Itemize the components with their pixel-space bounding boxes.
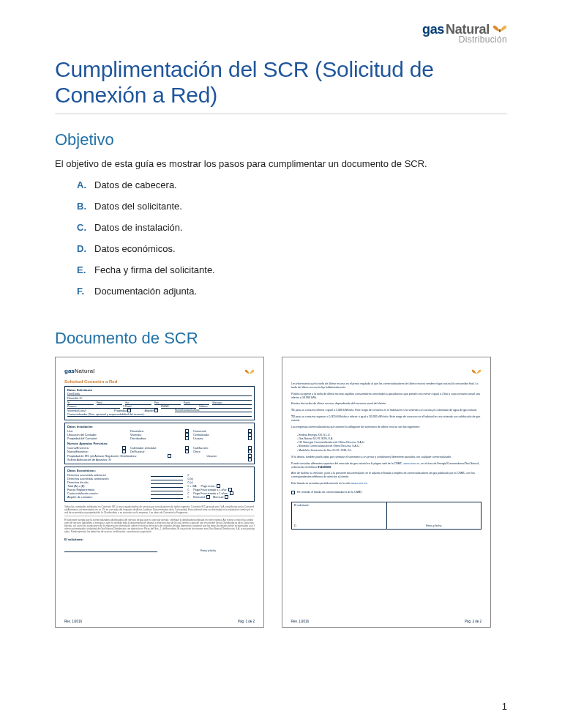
list-item: C.Datos de instalación. [77,222,507,233]
objective-intro: El objetivo de esta guía es mostrar los … [55,158,507,169]
butterfly-icon [471,366,482,375]
fineprint: Todas las cantidades señaladas en Conexi… [64,505,255,514]
objective-list: A.Datos de cabecera. B.Datos del solicit… [77,179,507,297]
scr-form-title: Solicitud Conexión a Red [64,379,255,384]
list-item: F.Documentación adjunta. [77,286,507,297]
list-item: A.Datos de cabecera. [77,179,507,190]
footer-rev: Rev. 1/2016 [64,620,82,623]
solicitante-box: Datos Solicitante Don/Doña Domicilio C/ … [64,386,255,420]
objective-heading: Objetivo [55,130,507,149]
economicos-box: Datos Económicos: Derechos acometida sol… [64,467,255,502]
doc-section-heading: Documento de SCR [55,329,507,348]
svg-point-0 [499,29,501,32]
scr-page-1-thumbnail: gasNatural Solicitud Conexión a Red Dato… [55,357,264,628]
brand-logo: gasNatural Distribución [55,21,507,44]
butterfly-icon [244,366,255,375]
mini-logo: gasNatural [64,368,94,374]
list-item: D.Datos económicos. [77,243,507,254]
list-item: B.Datos del solicitante. [77,201,507,212]
footer-rev: Rev. 1/2016 [291,620,309,623]
footer-page: Pág. 1 de 2 [238,620,255,623]
scr-page-2-thumbnail: Les informamos que la tarifa de último r… [282,357,491,628]
page-number: 1 [502,701,507,712]
footer-page: Pág. 2 de 2 [465,620,482,623]
page-title: Cumplimentación del SCR (Solicitud de Co… [55,57,507,108]
brand-gas: gas [422,23,444,36]
list-item: E.Fecha y firma del solicitante. [77,264,507,275]
instalacion-box: Datos Instalación Uso: Ubicación del Con… [64,423,255,464]
butterfly-icon [492,21,507,34]
title-divider [55,114,507,114]
